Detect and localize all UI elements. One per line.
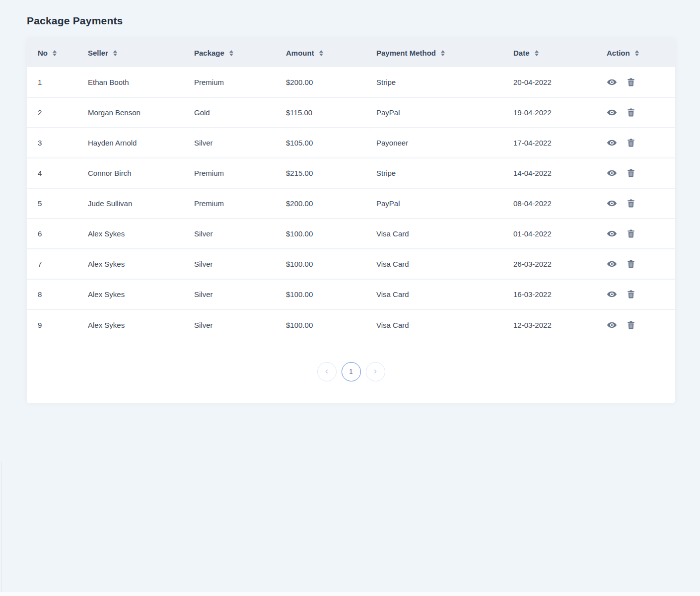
delete-button[interactable] [627, 77, 635, 87]
sort-icon[interactable] [635, 50, 639, 56]
cell-action [607, 67, 675, 97]
column-header-amount[interactable]: Amount [286, 39, 376, 67]
column-label: Amount [286, 49, 314, 57]
view-button[interactable] [607, 198, 617, 209]
cell-package: Silver [194, 279, 286, 309]
delete-button[interactable] [627, 138, 635, 148]
pagination-next-button[interactable] [366, 362, 385, 381]
cell-no: 4 [27, 158, 88, 188]
chevron-left-icon [324, 369, 330, 374]
cell-payment_method: Visa Card [376, 309, 513, 340]
page-title: Package Payments [27, 15, 675, 27]
view-button[interactable] [607, 138, 617, 148]
view-button[interactable] [607, 259, 617, 269]
sort-icon[interactable] [441, 50, 445, 56]
cell-package: Premium [194, 158, 286, 188]
table-row: 1Ethan BoothPremium$200.00Stripe20-04-20… [27, 67, 675, 97]
eye-icon [607, 259, 617, 269]
column-header-no[interactable]: No [27, 39, 88, 67]
table-row: 6Alex SykesSilver$100.00Visa Card01-04-2… [27, 219, 675, 249]
sort-icon[interactable] [535, 50, 539, 56]
cell-amount: $105.00 [286, 128, 376, 158]
sort-icon[interactable] [113, 50, 117, 56]
delete-button[interactable] [627, 168, 635, 178]
cell-seller: Morgan Benson [88, 97, 194, 128]
cell-seller: Alex Sykes [88, 249, 194, 279]
eye-icon [607, 107, 617, 118]
cell-no: 2 [27, 97, 88, 128]
delete-button[interactable] [627, 320, 635, 330]
column-label: Seller [88, 49, 108, 57]
table-row: 9Alex SykesSilver$100.00Visa Card12-03-2… [27, 309, 675, 340]
column-header-package[interactable]: Package [194, 39, 286, 67]
table-row: 3Hayden ArnoldSilver$105.00Payoneer17-04… [27, 128, 675, 158]
eye-icon [607, 289, 617, 299]
column-header-seller[interactable]: Seller [88, 39, 194, 67]
delete-button[interactable] [627, 229, 635, 238]
cell-package: Silver [194, 128, 286, 158]
column-header-action[interactable]: Action [607, 39, 675, 67]
column-header-payment_method[interactable]: Payment Method [376, 39, 513, 67]
view-button[interactable] [607, 320, 617, 330]
cell-date: 14-04-2022 [513, 158, 607, 188]
eye-icon [607, 168, 617, 178]
trash-icon [627, 259, 635, 269]
pagination-prev-button[interactable] [317, 362, 337, 381]
view-button[interactable] [607, 228, 617, 239]
cell-amount: $215.00 [286, 158, 376, 188]
cell-payment_method: Visa Card [376, 279, 513, 309]
cell-package: Premium [194, 188, 286, 219]
delete-button[interactable] [627, 199, 635, 208]
cell-payment_method: Payoneer [376, 128, 513, 158]
cell-seller: Alex Sykes [88, 309, 194, 340]
cell-no: 7 [27, 249, 88, 279]
cell-action [607, 128, 675, 158]
sort-icon[interactable] [229, 50, 233, 56]
cell-date: 17-04-2022 [513, 128, 607, 158]
cell-payment_method: Visa Card [376, 249, 513, 279]
pagination-page-button[interactable]: 1 [342, 362, 361, 381]
cell-amount: $100.00 [286, 249, 376, 279]
cell-package: Premium [194, 67, 286, 97]
trash-icon [627, 199, 635, 208]
content-left-edge-divider [1, 462, 2, 596]
pagination: 1 [27, 340, 675, 403]
column-label: Payment Method [376, 49, 436, 57]
trash-icon [627, 290, 635, 299]
cell-seller: Alex Sykes [88, 279, 194, 309]
cell-no: 6 [27, 219, 88, 249]
cell-no: 8 [27, 279, 88, 309]
eye-icon [607, 138, 617, 148]
eye-icon [607, 77, 617, 87]
column-label: Action [607, 49, 630, 57]
chevron-right-icon [372, 369, 378, 374]
sort-icon[interactable] [319, 50, 323, 56]
cell-payment_method: Stripe [376, 67, 513, 97]
trash-icon [627, 229, 635, 238]
payments-table-card: NoSellerPackageAmountPayment MethodDateA… [27, 39, 675, 403]
delete-button[interactable] [627, 259, 635, 269]
cell-seller: Hayden Arnold [88, 128, 194, 158]
cell-seller: Connor Birch [88, 158, 194, 188]
delete-button[interactable] [627, 290, 635, 299]
cell-date: 26-03-2022 [513, 249, 607, 279]
view-button[interactable] [607, 77, 617, 87]
cell-date: 16-03-2022 [513, 279, 607, 309]
column-header-date[interactable]: Date [513, 39, 607, 67]
view-button[interactable] [607, 168, 617, 178]
cell-amount: $200.00 [286, 67, 376, 97]
cell-date: 19-04-2022 [513, 97, 607, 128]
column-label: Package [194, 49, 224, 57]
trash-icon [627, 138, 635, 148]
cell-seller: Ethan Booth [88, 67, 194, 97]
cell-payment_method: PayPal [376, 97, 513, 128]
cell-date: 08-04-2022 [513, 188, 607, 219]
cell-action [607, 97, 675, 128]
sort-icon[interactable] [53, 50, 57, 56]
cell-date: 20-04-2022 [513, 67, 607, 97]
delete-button[interactable] [627, 108, 635, 117]
view-button[interactable] [607, 107, 617, 118]
column-label: No [38, 49, 48, 57]
view-button[interactable] [607, 289, 617, 299]
cell-payment_method: Visa Card [376, 219, 513, 249]
